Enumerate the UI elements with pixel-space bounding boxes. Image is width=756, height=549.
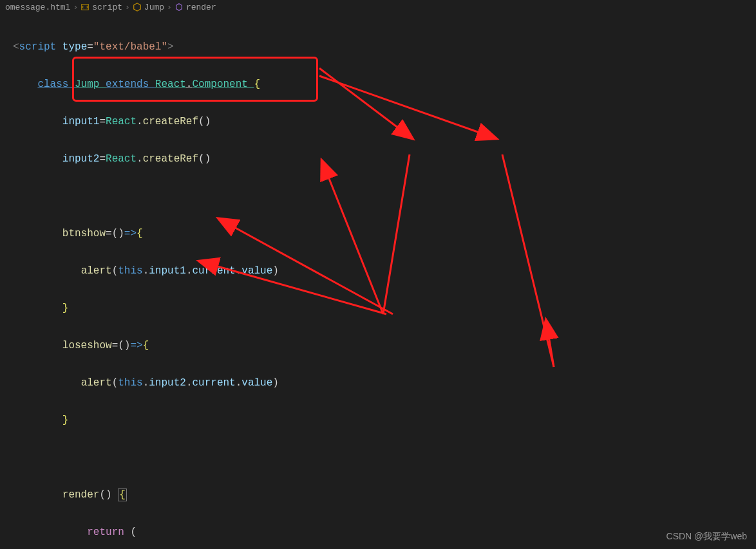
cursor-brace: {	[118, 489, 127, 501]
script-icon	[80, 3, 90, 12]
method-icon	[175, 3, 184, 12]
code-line: alert(this.input2.current.value)	[13, 374, 756, 393]
code-line: return (	[13, 523, 756, 542]
code-line: alert(this.input1.current.value)	[13, 262, 756, 281]
breadcrumb-method[interactable]: render	[186, 3, 216, 12]
breadcrumb-separator: ›	[73, 3, 78, 12]
breadcrumb-separator: ›	[167, 3, 172, 12]
breadcrumb-file[interactable]: omessage.html	[5, 3, 70, 12]
code-line: loseshow=()=>{	[13, 337, 756, 355]
code-line: render() {	[13, 486, 756, 505]
breadcrumb-separator: ›	[125, 3, 130, 12]
code-line: <script type="text/babel">	[13, 38, 756, 57]
code-editor[interactable]: <script type="text/babel"> class Jump ex…	[0, 14, 756, 549]
code-line: input2=React.createRef()	[13, 150, 756, 169]
watermark: CSDN @我要学web	[666, 531, 747, 543]
code-line: }	[13, 299, 756, 318]
code-line	[13, 187, 756, 206]
code-line	[13, 449, 756, 467]
code-line: input1=React.createRef()	[13, 113, 756, 131]
class-icon	[133, 3, 142, 12]
breadcrumb[interactable]: omessage.html › script › Jump › render	[0, 0, 756, 14]
breadcrumb-script[interactable]: script	[92, 3, 122, 12]
code-line: class Jump extends React.Component {	[13, 75, 756, 94]
code-line: }	[13, 411, 756, 430]
code-line: btnshow=()=>{	[13, 225, 756, 243]
breadcrumb-class[interactable]: Jump	[144, 3, 164, 12]
